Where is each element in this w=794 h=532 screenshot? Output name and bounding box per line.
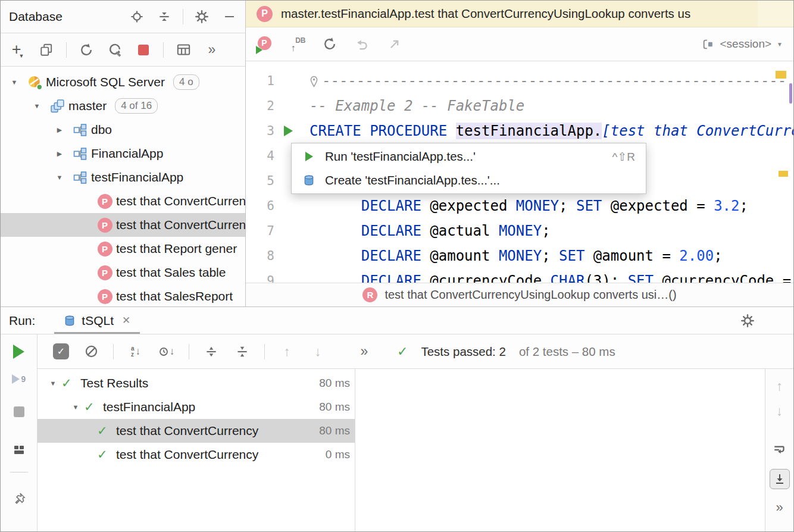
more-toolbar-icon[interactable]: » <box>203 41 221 59</box>
submit-to-database-icon[interactable]: DB↑ <box>289 35 307 53</box>
undo-icon[interactable] <box>353 35 371 53</box>
test-node-root[interactable]: ▼ ✓ Test Results 80 ms <box>37 371 355 395</box>
execution-context-text: test that ConvertCurrencyUsingLookup con… <box>385 288 676 302</box>
db-tree-item-test-procedure[interactable]: P test that Report gener <box>1 237 245 261</box>
scroll-to-end-icon[interactable] <box>770 469 790 489</box>
chevron-down-icon[interactable]: ▼ <box>4 79 24 86</box>
db-tree-item-label: dbo <box>90 123 112 137</box>
run-left-toolbar: 9 <box>1 334 37 532</box>
db-tree-item-server[interactable]: ▼ Microsoft SQL Server 4 o <box>1 70 245 94</box>
separator <box>183 9 183 24</box>
warning-stripe-marker[interactable] <box>779 171 788 177</box>
test-node-suite[interactable]: ▼ ✓ testFinancialApp 80 ms <box>37 395 355 419</box>
next-occurrence-icon[interactable]: ↓ <box>776 403 783 419</box>
chevron-down-icon[interactable]: ▼ <box>49 174 70 181</box>
soft-wrap-icon[interactable] <box>773 443 787 457</box>
database-panel: Database +▼ <box>1 1 246 306</box>
stop-icon[interactable] <box>135 41 152 59</box>
close-tab-icon[interactable]: ✕ <box>122 314 130 327</box>
chevron-down-icon[interactable]: ▼ <box>27 102 47 109</box>
gutter <box>274 126 302 136</box>
locate-icon[interactable] <box>128 8 146 26</box>
procedure-icon: P <box>95 218 115 233</box>
chevron-right-icon[interactable]: ▶ <box>49 126 70 134</box>
chevron-right-icon[interactable]: ▶ <box>49 150 70 158</box>
warning-stripe-marker[interactable] <box>776 71 786 79</box>
hide-panel-icon[interactable] <box>220 8 238 26</box>
rerun-tests-icon[interactable] <box>13 345 24 359</box>
layout-settings-icon[interactable] <box>12 443 26 456</box>
tab-tsqlt[interactable]: tSQLt ✕ <box>54 307 140 334</box>
session-selector[interactable]: <session> ▼ <box>702 37 783 51</box>
previous-failed-icon[interactable]: ↑ <box>278 343 296 361</box>
chevron-down-icon[interactable]: ▼ <box>67 403 84 411</box>
collapse-all-icon[interactable] <box>233 343 251 361</box>
next-failed-icon[interactable]: ↓ <box>309 343 327 361</box>
db-tree-item-master[interactable]: ▼ master 4 of 16 <box>1 94 245 118</box>
console-right-toolbar: ↑ ↓ » <box>765 369 793 532</box>
settings-gear-icon[interactable] <box>193 8 211 26</box>
caret-stripe-marker[interactable] <box>789 83 792 104</box>
filter-passed-icon[interactable]: ✓ <box>53 343 69 359</box>
test-passed-icon: ✓ <box>84 400 103 414</box>
sort-by-duration-icon[interactable]: ↓ <box>158 343 176 361</box>
line-number: 4 <box>246 149 274 163</box>
line-number: 2 <box>246 99 274 113</box>
db-tree-item-testfinancialapp[interactable]: ▼ testFinancialApp <box>1 165 245 189</box>
pin-tab-icon[interactable] <box>12 492 26 506</box>
menu-item-run[interactable]: Run 'testFinancialApp.tes...' ^⇧R <box>292 145 646 168</box>
db-tree-item-test-procedure[interactable]: P test that SalesReport <box>1 284 245 306</box>
jump-to-editor-icon[interactable] <box>385 35 403 53</box>
datasource-icon <box>302 174 315 186</box>
schema-icon <box>70 123 90 137</box>
expand-all-icon[interactable] <box>202 343 220 361</box>
sort-alphabetically-icon[interactable]: az ↓ <box>127 343 145 361</box>
submit-changes-icon[interactable] <box>106 41 124 59</box>
schema-icon <box>70 147 90 161</box>
code-line: 7 DECLARE @actual MONEY; <box>246 218 793 243</box>
filter-ignored-icon[interactable] <box>82 343 100 361</box>
previous-occurrence-icon[interactable]: ↑ <box>776 378 783 394</box>
test-node-case-selected[interactable]: ✓ test that ConvertCurrency 80 ms <box>37 419 355 443</box>
procedure-icon: P <box>95 194 115 209</box>
chevron-down-icon[interactable]: ▼ <box>45 380 61 387</box>
line-number: 6 <box>246 199 274 213</box>
separator <box>66 42 67 58</box>
procedure-icon: P <box>257 6 273 22</box>
db-tree-item-test-procedure-selected[interactable]: P test that ConvertCurrency <box>1 213 245 237</box>
db-tree-item-test-procedure[interactable]: P test that Sales table <box>1 261 245 284</box>
test-node-label: testFinancialApp <box>103 400 317 414</box>
run-config-banner[interactable]: P master.testFinancialApp.test that Conv… <box>246 1 793 27</box>
execution-context-bar: R test that ConvertCurrencyUsingLookup c… <box>246 283 793 306</box>
pin-marker-icon <box>310 76 318 88</box>
refresh-icon[interactable] <box>77 41 95 59</box>
separator <box>10 472 28 472</box>
rerun-failed-tests-icon[interactable]: 9 <box>12 374 26 384</box>
count-badge: 4 of 16 <box>115 98 158 114</box>
db-tree-item-test-procedure[interactable]: P test that ConvertCurrency <box>1 189 245 213</box>
database-header-actions <box>128 8 238 26</box>
duplicate-icon[interactable] <box>37 41 55 59</box>
data-grid-icon[interactable] <box>174 41 192 59</box>
stop-icon[interactable] <box>14 406 24 417</box>
refresh-icon[interactable] <box>321 35 339 53</box>
datasource-icon <box>64 315 76 327</box>
add-icon[interactable]: +▼ <box>9 41 27 59</box>
tab-label: tSQLt <box>82 314 114 328</box>
collapse-all-icon[interactable] <box>155 8 173 26</box>
more-toolbar-icon[interactable]: » <box>776 500 783 515</box>
settings-gear-icon[interactable] <box>739 312 757 330</box>
test-node-case[interactable]: ✓ test that ConvertCurrency 0 ms <box>37 443 355 467</box>
run-procedure-icon[interactable]: P <box>257 35 274 53</box>
db-tree-item-financialapp[interactable]: ▶ FinancialApp <box>1 142 245 165</box>
menu-item-create[interactable]: Create 'testFinancialApp.tes...'... <box>292 168 646 192</box>
code-line: 6 DECLARE @expected MONEY; SET @expected… <box>246 193 793 218</box>
run-line-marker-icon[interactable] <box>284 126 293 136</box>
session-label: <session> <box>720 37 771 51</box>
db-tree-item-dbo[interactable]: ▶ dbo <box>1 118 245 142</box>
test-output-console[interactable] <box>355 369 765 532</box>
more-toolbar-icon[interactable]: » <box>355 343 373 361</box>
db-tree-item-label: Microsoft SQL Server <box>45 75 165 89</box>
db-tree-item-label: test that ConvertCurrency <box>115 218 245 232</box>
run-icon <box>302 152 315 161</box>
